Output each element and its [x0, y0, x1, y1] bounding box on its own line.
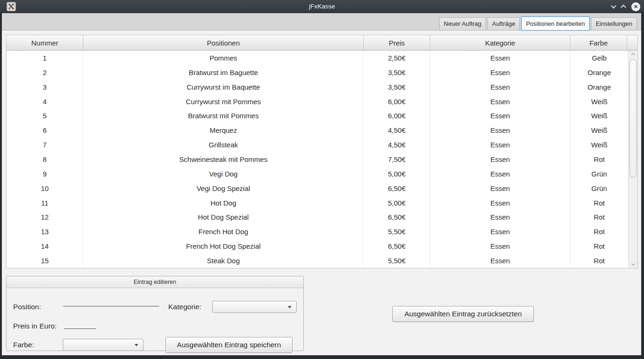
cell-farbe: Weiß: [570, 123, 628, 137]
save-entry-button[interactable]: Ausgewählten Eintrag speichern: [165, 337, 292, 353]
table-row[interactable]: 4Currywurst mit Pommes6,00€EssenWeiß: [7, 94, 628, 109]
table-row[interactable]: 2Bratwurst im Baguette3,50€EssenOrange: [7, 65, 628, 80]
cell-nummer: 8: [7, 152, 83, 167]
table-row[interactable]: 14French Hot Dog Spezial6,50€EssenRot: [7, 239, 628, 253]
cell-nummer: 3: [7, 80, 83, 94]
cell-preis: 3,50€: [364, 80, 430, 94]
table-row[interactable]: 5Bratwurst mit Pommes6,00€EssenWeiß: [7, 108, 628, 123]
table-row[interactable]: 9Vegi Dog5,00€EssenGrün: [7, 167, 628, 181]
table-row[interactable]: 6Merquez4,50€EssenWeiß: [7, 123, 628, 137]
cell-positionen: Vegi Dog Spezial: [83, 181, 364, 196]
tab-einstellungen[interactable]: Einstellungen: [591, 17, 637, 30]
cell-nummer: 15: [7, 253, 83, 268]
cell-preis: 4,50€: [364, 123, 430, 137]
cell-positionen: Grillsteak: [83, 137, 364, 152]
cell-kategorie: Essen: [430, 253, 570, 268]
preis-input[interactable]: [64, 328, 96, 329]
cell-preis: 5,50€: [364, 253, 430, 268]
close-icon[interactable]: ✕: [631, 2, 640, 11]
edit-entry-panel: Eintrag editieren Position: Kategorie: P…: [6, 276, 304, 351]
cell-nummer: 2: [7, 65, 83, 80]
column-header-preis[interactable]: Preis: [364, 35, 430, 51]
cell-nummer: 13: [7, 224, 83, 239]
position-input[interactable]: [63, 306, 159, 306]
cell-positionen: Vegi Dog: [83, 167, 364, 181]
cell-positionen: Merquez: [83, 123, 364, 137]
column-header-farbe[interactable]: Farbe: [570, 35, 627, 51]
cell-farbe: Orange: [570, 65, 628, 80]
cell-farbe: Gelb: [570, 51, 628, 65]
cell-preis: 6,50€: [364, 181, 430, 196]
table-row[interactable]: 3Currywurst im Baquette3,50€EssenOrange: [7, 80, 628, 94]
table-row[interactable]: 15Steak Dog5,50€EssenRot: [7, 253, 628, 268]
cell-kategorie: Essen: [430, 80, 570, 94]
cell-farbe: Rot: [570, 196, 628, 210]
scroll-up-icon[interactable]: [629, 51, 637, 59]
cell-positionen: French Hot Dog: [83, 224, 364, 239]
scrollbar-thumb[interactable]: [629, 59, 637, 177]
cell-preis: 7,50€: [364, 152, 430, 167]
cell-preis: 6,50€: [364, 239, 430, 253]
cell-positionen: Bratwurst mit Pommes: [83, 108, 364, 123]
cell-preis: 6,50€: [364, 210, 430, 224]
cell-kategorie: Essen: [430, 181, 570, 196]
preis-label: Preis in Euro:: [13, 322, 57, 330]
kategorie-dropdown[interactable]: [212, 301, 297, 313]
minimize-icon[interactable]: [611, 3, 616, 8]
cell-preis: 2,50€: [364, 51, 430, 65]
cell-nummer: 10: [7, 181, 83, 196]
scroll-down-icon[interactable]: [629, 260, 637, 267]
cell-nummer: 11: [7, 196, 83, 210]
cell-kategorie: Essen: [430, 239, 570, 253]
cell-positionen: Currywurst mit Pommes: [83, 94, 364, 109]
cell-positionen: Bratwurst im Baguette: [83, 65, 364, 80]
cell-farbe: Rot: [570, 210, 628, 224]
table-row[interactable]: 12Hot Dog Spezial6,50€EssenRot: [7, 210, 628, 224]
table-row[interactable]: 11Hot Dog5,00€EssenRot: [7, 196, 628, 210]
cell-kategorie: Essen: [430, 108, 570, 123]
table-body: 1Pommes2,50€EssenGelb2Bratwurst im Bague…: [7, 51, 628, 268]
tab-bar: Neuer AuftragAufträgePositionen bearbeit…: [2, 13, 641, 31]
cell-nummer: 14: [7, 239, 83, 253]
cell-positionen: Schweinesteak mit Pommes: [83, 152, 364, 167]
tab-positionen-bearbeiten[interactable]: Positionen bearbeiten: [521, 16, 590, 31]
position-label: Position:: [13, 303, 41, 311]
cell-farbe: Rot: [570, 239, 628, 253]
tab-auftr-ge[interactable]: Aufträge: [487, 17, 520, 30]
reset-entry-button[interactable]: Ausgewählten Eintrag zurücksetzten: [392, 306, 534, 322]
cell-kategorie: Essen: [430, 123, 570, 137]
table-row[interactable]: 10Vegi Dog Spezial6,50€EssenGrün: [7, 181, 628, 196]
column-header-nummer[interactable]: Nummer: [7, 35, 83, 51]
window-content: Neuer AuftragAufträgePositionen bearbeit…: [2, 13, 641, 355]
vertical-scrollbar[interactable]: [628, 51, 637, 268]
table-row[interactable]: 1Pommes2,50€EssenGelb: [7, 51, 628, 65]
farbe-label: Farbe:: [13, 341, 34, 349]
column-header-kategorie[interactable]: Kategorie: [430, 35, 570, 51]
column-header-positionen[interactable]: Positionen: [83, 35, 364, 51]
cell-farbe: Grün: [570, 181, 628, 196]
farbe-dropdown[interactable]: [63, 339, 143, 351]
edit-entry-panel-title[interactable]: Eintrag editieren: [7, 276, 303, 288]
cell-positionen: Steak Dog: [83, 253, 364, 268]
table-row[interactable]: 7Grillsteak4,50€EssenWeiß: [7, 137, 628, 152]
cell-preis: 6,00€: [364, 108, 430, 123]
maximize-icon[interactable]: [621, 5, 626, 10]
positions-table: NummerPositionenPreisKategorieFarbe 1Pom…: [6, 35, 638, 268]
cell-preis: 4,50€: [364, 137, 430, 152]
cell-nummer: 9: [7, 167, 83, 181]
table-header-row: NummerPositionenPreisKategorieFarbe: [7, 35, 637, 51]
cell-kategorie: Essen: [430, 210, 570, 224]
table-row[interactable]: 8Schweinesteak mit Pommes7,50€EssenRot: [7, 152, 628, 167]
cell-preis: 6,00€: [364, 94, 430, 109]
cell-preis: 5,00€: [364, 167, 430, 181]
window-controls: ✕: [612, 0, 640, 13]
cell-farbe: Weiß: [570, 94, 628, 109]
cell-positionen: Pommes: [83, 51, 364, 65]
window-title: jFxKasse: [0, 0, 644, 13]
tab-neuer-auftrag[interactable]: Neuer Auftrag: [439, 17, 486, 30]
cell-kategorie: Essen: [430, 167, 570, 181]
table-body-wrap: 1Pommes2,50€EssenGelb2Bratwurst im Bague…: [7, 51, 637, 268]
cell-nummer: 4: [7, 94, 83, 109]
cell-farbe: Rot: [570, 224, 628, 239]
table-row[interactable]: 13French Hot Dog5,50€EssenRot: [7, 224, 628, 239]
